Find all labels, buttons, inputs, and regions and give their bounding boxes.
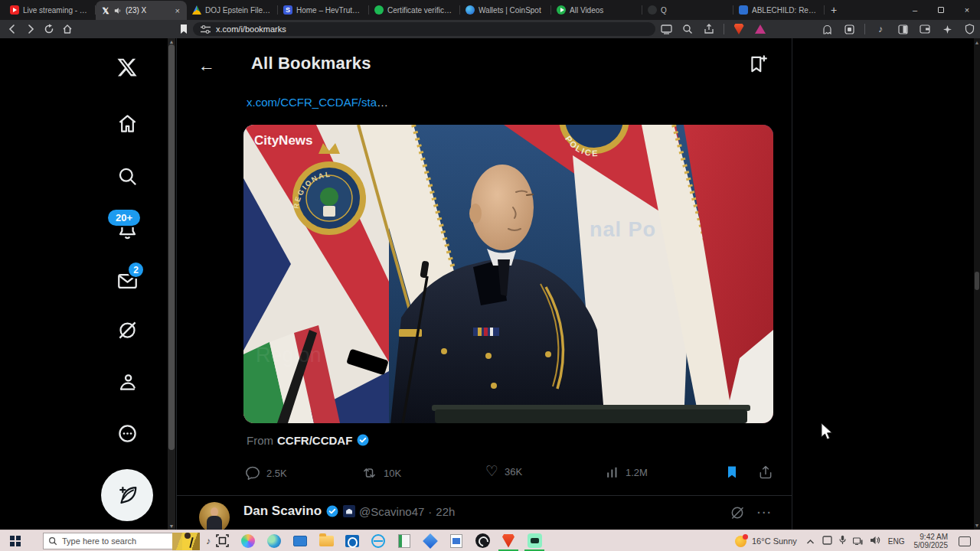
x-logo[interactable] — [108, 48, 146, 86]
windows-taskbar: Type here to search ♪ 16°C Sunny — [0, 530, 980, 551]
tab-ablechild[interactable]: ABLECHILD: Redacted Me — [733, 0, 825, 20]
edge-icon[interactable] — [265, 532, 283, 550]
music-note-icon[interactable]: ♪ — [871, 21, 890, 37]
network-icon[interactable] — [853, 534, 863, 548]
avatar[interactable] — [199, 502, 230, 533]
page-scrollbar-thumb[interactable] — [975, 272, 979, 290]
add-folder-button[interactable] — [744, 51, 772, 78]
inner-scrollbar[interactable]: ▲ ▼ — [168, 38, 175, 530]
person-icon — [117, 372, 138, 393]
tab-certificate[interactable]: Certificate verification pro — [369, 0, 460, 20]
notification-center-icon[interactable] — [959, 536, 971, 546]
sidebar-item-more[interactable] — [108, 414, 146, 452]
sidebar-item-profile[interactable] — [108, 363, 146, 401]
contacts-app-icon[interactable] — [395, 532, 413, 550]
tab-title: Certificate verification pro — [387, 6, 455, 15]
tab-coinspot[interactable]: Wallets | CoinSpot — [460, 0, 551, 20]
diamond-app-icon[interactable] — [421, 532, 439, 550]
site-settings-icon[interactable] — [201, 25, 211, 34]
sidebar-item-explore[interactable] — [108, 157, 146, 195]
outlook-icon[interactable] — [343, 532, 361, 550]
close-window-button[interactable]: × — [954, 0, 980, 20]
windows-logo-icon — [10, 536, 21, 546]
extension-ghost-icon[interactable] — [818, 21, 836, 37]
clock[interactable]: 9:42 AM 5/09/2025 — [914, 533, 949, 549]
file-explorer-icon[interactable] — [317, 532, 335, 550]
bookmark-button[interactable] — [724, 465, 740, 480]
page-scrollbar[interactable]: ▲ ▼ — [974, 38, 980, 530]
reply-button[interactable]: 2.5K — [245, 465, 287, 481]
weather-text[interactable]: 16°C Sunny — [752, 536, 797, 546]
minimize-button[interactable]: – — [902, 0, 928, 20]
like-button[interactable]: ♡ 36K — [485, 464, 522, 479]
start-button[interactable] — [0, 530, 31, 551]
views-button[interactable]: 1.2M — [605, 465, 648, 480]
microphone-icon[interactable] — [839, 534, 846, 548]
home-button[interactable] — [58, 21, 77, 37]
brave-icon[interactable] — [499, 532, 518, 550]
language-indicator[interactable]: ENG — [888, 537, 905, 546]
affiliate-badge-icon[interactable] — [343, 505, 355, 517]
weather-icon[interactable] — [735, 536, 746, 547]
copilot-icon[interactable] — [239, 532, 257, 550]
bookmarks-toggle-icon[interactable] — [175, 21, 193, 37]
taskbar-search-input[interactable]: Type here to search ♪ — [43, 533, 173, 549]
computer-icon[interactable] — [291, 532, 309, 550]
timestamp[interactable]: 22h — [436, 505, 455, 518]
wallet-app-icon[interactable] — [525, 532, 544, 550]
tab-q[interactable]: Q — [642, 0, 733, 20]
handle[interactable]: @Scavino47 — [359, 505, 424, 518]
back-button-x[interactable]: ← — [193, 52, 220, 80]
from-account-name[interactable]: CCFR/CCDAF — [277, 434, 352, 447]
tab-title: Live streaming - YouTube — [23, 6, 90, 15]
tab-doj-epstein[interactable]: DOJ Epstein Files - First Pr — [187, 0, 278, 20]
wallet-icon[interactable] — [916, 21, 934, 37]
reading-mode-icon[interactable] — [893, 21, 912, 37]
vpn-triangle-icon[interactable] — [751, 21, 769, 37]
volume-icon[interactable] — [870, 534, 880, 548]
new-tab-button[interactable]: + — [825, 0, 843, 20]
internet-explorer-icon[interactable] — [369, 532, 387, 550]
restore-button[interactable] — [928, 0, 954, 20]
forward-button[interactable] — [21, 21, 40, 37]
back-button[interactable] — [3, 21, 21, 37]
scrollbar-thumb[interactable] — [168, 44, 175, 450]
brave-shields-icon[interactable] — [730, 21, 748, 37]
tweet-row-scavino[interactable]: Dan Scavino @Scavino47 · 22h ··· — [177, 496, 792, 530]
tablet-icon[interactable] — [822, 534, 832, 548]
obs-icon[interactable] — [473, 532, 492, 550]
video-favicon — [557, 5, 566, 15]
compose-post-button[interactable] — [101, 469, 153, 521]
press-conference-still: REGIONAL POLICE nal Po — [243, 125, 773, 423]
tab-youtube[interactable]: Live streaming - YouTube — [5, 0, 96, 20]
more-options-button[interactable]: ··· — [757, 507, 773, 519]
extension-box-icon[interactable] — [840, 21, 858, 37]
zoom-icon[interactable] — [678, 21, 697, 37]
from-label: From — [247, 434, 273, 447]
tweet-link[interactable]: x.com/CCFR_CCDAF/sta… — [247, 96, 388, 109]
site-favicon — [374, 5, 384, 15]
tweet-media-video[interactable]: REGIONAL POLICE nal Po — [243, 125, 773, 423]
cast-icon[interactable] — [657, 21, 675, 37]
tab-close-icon[interactable]: × — [174, 6, 181, 15]
url-bar[interactable]: x.com/i/bookmarks — [193, 22, 655, 36]
tab-hevtruthseeker[interactable]: S Home – HevTruthseeker – — [278, 0, 369, 20]
sidebar-item-grok[interactable] — [108, 311, 146, 349]
leo-ai-icon[interactable] — [938, 21, 956, 37]
search-highlight-image[interactable] — [172, 533, 200, 550]
task-view-button[interactable] — [213, 532, 231, 550]
display-name[interactable]: Dan Scavino — [243, 504, 322, 519]
tab-all-videos[interactable]: All Videos — [551, 0, 642, 20]
grok-actions-button[interactable] — [730, 505, 745, 523]
sidebar-item-home[interactable] — [108, 104, 146, 142]
repost-button[interactable]: 10K — [361, 465, 401, 481]
document-app-icon[interactable] — [447, 532, 466, 550]
tray-chevron-icon[interactable] — [806, 534, 815, 548]
share-tweet-button[interactable] — [758, 465, 773, 480]
rewards-icon[interactable] — [960, 21, 978, 37]
share-icon[interactable] — [700, 21, 718, 37]
address-actions — [657, 21, 769, 37]
site-favicon — [648, 5, 657, 15]
tab-x-active[interactable]: 𝕏 (23) X × — [96, 1, 187, 20]
reload-button[interactable] — [40, 21, 58, 37]
